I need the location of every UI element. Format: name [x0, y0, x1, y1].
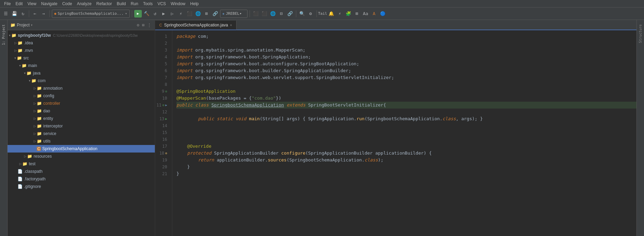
menu-view[interactable]: View [25, 1, 38, 7]
file-tree: ▾ 📁 springbootyf10w C:\Users\22680\Deskt… [8, 30, 155, 236]
root-path: C:\Users\22680\Desktop\newjoob\springboo… [53, 33, 138, 37]
plugins-icon[interactable]: 🧩 [345, 10, 352, 18]
profiler-icon[interactable]: ⊞ [203, 10, 210, 18]
tree-classpath[interactable]: ▷ 📄 .classpath [8, 168, 155, 175]
menu-code[interactable]: Code [60, 1, 74, 7]
jrebel2-icon[interactable]: ⊞ [353, 10, 361, 18]
run6-icon[interactable]: 🌐 [194, 10, 202, 18]
font-icon[interactable]: A [370, 10, 378, 18]
menu-navigate[interactable]: Navigate [39, 1, 59, 7]
tree-service[interactable]: ▷ 📁 service [8, 130, 155, 137]
menu-edit[interactable]: Edit [13, 1, 25, 7]
tree-controller[interactable]: ▷ 📁 controller [8, 100, 155, 107]
run4-icon[interactable]: ⚡ [177, 10, 185, 18]
toolbar-sep-6 [317, 10, 317, 17]
build-icon[interactable]: 🔨 [143, 10, 150, 18]
com-label: com [38, 78, 46, 83]
tree-main-class[interactable]: ▷ C SpringbootSchemaApplication [8, 145, 155, 153]
stop2-icon[interactable]: ⬛ [261, 10, 268, 18]
line-numbers: 1 2 3 4 5 6 7 8 9 ⚙ 10 11 ⚙ ▶ 12 13 ▶ 14… [155, 30, 172, 236]
tree-interceptor[interactable]: ▷ 📁 interceptor [8, 122, 155, 130]
java-label: java [33, 71, 41, 76]
editor-tab-main[interactable]: C SpringbootSchemaApplication.java × [155, 21, 237, 30]
project-title: 📁 Project ▾ [10, 23, 33, 27]
tree-gitignore[interactable]: ▷ 📄 .gitignore [8, 183, 155, 190]
tree-com[interactable]: ▾ 📁 com [8, 77, 155, 85]
coverage-icon[interactable]: 🌐 [269, 10, 277, 18]
notifications-icon[interactable]: 🔔 [327, 10, 335, 18]
stop-icon[interactable]: ⬛ [252, 10, 260, 18]
mvn-label: .mvn [24, 48, 33, 53]
toolbar-sync-icon[interactable]: ↻ [19, 10, 27, 18]
remote-icon[interactable]: Aa [362, 10, 369, 18]
run2-icon[interactable]: ▶ [160, 10, 168, 18]
resources-label: resources [34, 154, 52, 159]
search-everywhere-icon[interactable]: 🔍 [298, 10, 306, 18]
attach2-icon[interactable]: 🔗 [286, 10, 294, 18]
project-panel: 📁 Project ▾ ⚙ ⊞ ⋮ ▾ 📁 springbootyf10w C:… [8, 20, 155, 236]
menu-window[interactable]: Window [169, 1, 187, 7]
menu-analyze[interactable]: Analyze [75, 1, 94, 7]
src-label: src [23, 56, 29, 60]
toolbar-sep-1 [29, 10, 29, 17]
tree-utils[interactable]: ▷ 📁 utils [8, 137, 155, 145]
menu-run[interactable]: Run [129, 1, 140, 7]
run3-icon[interactable]: ▷ [169, 10, 176, 18]
menu-vcs[interactable]: VCS [156, 1, 168, 7]
tree-mvn[interactable]: ▷ 📁 .mvn [8, 47, 155, 54]
tree-root[interactable]: ▾ 📁 springbootyf10w C:\Users\22680\Deskt… [8, 32, 155, 39]
power-icon[interactable]: ⚡ [336, 10, 344, 18]
idea-label: .idea [24, 41, 33, 45]
tree-annotation[interactable]: ▷ 📁 annotation [8, 85, 155, 92]
project-settings-icon[interactable]: ⚙ [136, 22, 140, 28]
tree-factorypath[interactable]: ▷ 📄 .factorypath [8, 175, 155, 183]
toolbar-back-icon[interactable]: ← [31, 10, 39, 18]
tree-java[interactable]: ▾ 📁 java [8, 69, 155, 77]
tail-label[interactable]: Tail [319, 10, 326, 18]
code-line-5: import org.springframework.boot.autoconf… [176, 60, 636, 67]
run-button[interactable]: ▶ [134, 10, 142, 18]
menu-build[interactable]: Build [115, 1, 128, 7]
toolbar-forward-icon[interactable]: → [40, 10, 47, 18]
tree-config[interactable]: ▷ 📁 config [8, 92, 155, 100]
menu-tools[interactable]: Tools [141, 1, 155, 7]
toolbar: ☰ 💾 ↻ ← → ● SpringBootSchemaApplicatio..… [0, 8, 644, 20]
tab-file-icon: C [159, 23, 162, 27]
toolbar-save-icon[interactable]: 💾 [11, 10, 18, 18]
tree-src[interactable]: ▾ 📁 src [8, 54, 155, 62]
profiler2-icon[interactable]: ⊟ [278, 10, 285, 18]
tree-idea[interactable]: ▷ 📁 .idea [8, 39, 155, 47]
code-content[interactable]: package com; import org.mybatis.spring.a… [172, 30, 636, 236]
help2-icon[interactable]: 🔵 [379, 10, 387, 18]
project-options-icon[interactable]: ⋮ [147, 22, 152, 28]
jrebel-dropdown[interactable]: ◆ JREBEL▾ [220, 10, 248, 18]
structure-strip-tab[interactable]: Structure [637, 22, 643, 46]
menu-help[interactable]: Help [188, 1, 201, 7]
code-line-9: @SpringBootApplication [176, 88, 636, 95]
tab-close-icon[interactable]: × [230, 23, 232, 27]
settings-icon[interactable]: ⚙ [307, 10, 314, 18]
project-strip-tab[interactable]: 1: Project [1, 22, 7, 48]
run-reload-icon[interactable]: ↺ [151, 10, 159, 18]
code-line-11: public class SpringbootSchemaApplication… [176, 102, 636, 109]
project-label: Project [17, 23, 30, 27]
factorypath-label: .factorypath [24, 177, 46, 181]
toolbar-menu-icon[interactable]: ☰ [2, 10, 10, 18]
right-sidebar-strip: Structure [636, 20, 644, 236]
tree-test[interactable]: ▷ 📁 test [8, 160, 155, 168]
menu-file[interactable]: File [2, 1, 13, 7]
run5-icon[interactable]: ⬛ [186, 10, 193, 18]
menu-refactor[interactable]: Refactor [94, 1, 114, 7]
tree-resources[interactable]: ▷ 📁 resources [8, 153, 155, 160]
service-label: service [43, 131, 56, 136]
controller-label: controller [43, 101, 60, 106]
root-label: springbootyf10w [18, 33, 51, 38]
tree-dao[interactable]: ▷ 📁 dao [8, 107, 155, 115]
code-line-15 [176, 129, 636, 136]
attach-icon[interactable]: 🔗 [211, 10, 219, 18]
tree-entity[interactable]: ▷ 📁 entity [8, 115, 155, 122]
tree-main[interactable]: ▾ 📁 main [8, 62, 155, 69]
test-label: test [29, 161, 35, 166]
project-dropdown[interactable]: ● SpringBootSchemaApplicatio... ▾ [52, 10, 130, 18]
project-expand-icon[interactable]: ⊞ [141, 22, 145, 28]
